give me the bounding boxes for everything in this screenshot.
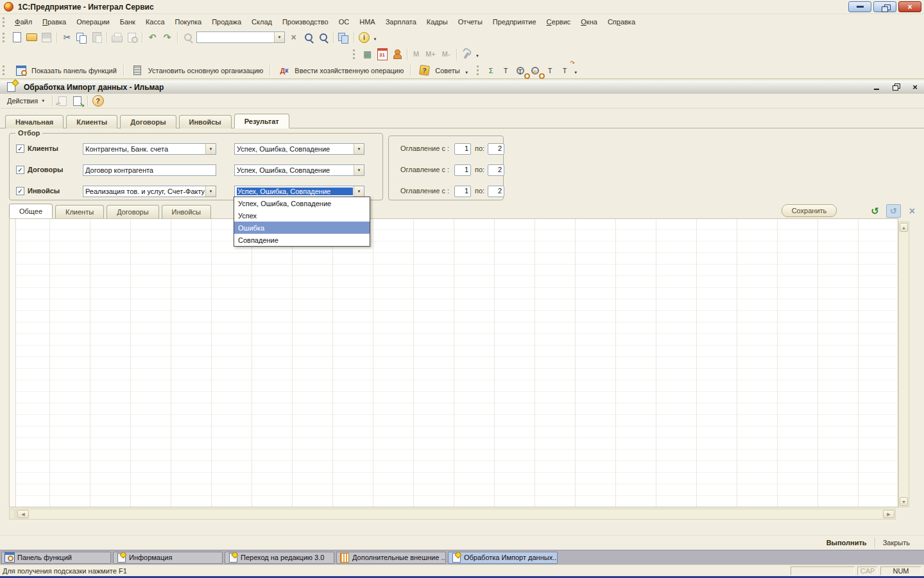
search-input[interactable] (197, 33, 273, 42)
taskbar-button[interactable]: Дополнительные внешние ... (336, 552, 446, 564)
combo-dropdown-button[interactable]: ▼ (354, 165, 364, 175)
doc-text-icon[interactable] (543, 64, 558, 77)
menu-item[interactable]: Производство (277, 17, 334, 27)
find-text-icon[interactable] (513, 64, 528, 77)
toc-to-input[interactable]: 2 (488, 143, 504, 155)
save-button[interactable]: Сохранить (782, 204, 837, 217)
scroll-up-button[interactable]: ▲ (900, 223, 908, 232)
find-icon[interactable] (180, 31, 195, 44)
minimize-button[interactable] (848, 1, 871, 12)
redo-icon[interactable] (160, 31, 175, 44)
wrench-icon[interactable] (459, 48, 474, 61)
actions-menu-button[interactable]: Действия (3, 96, 49, 106)
menu-item[interactable]: Зарплата (381, 17, 422, 27)
scroll-down-button[interactable]: ▼ (900, 497, 908, 506)
find-prev-icon[interactable] (316, 31, 330, 44)
menu-item[interactable]: Банк (115, 17, 141, 27)
menu-item[interactable]: Файл (10, 17, 37, 27)
save-icon[interactable] (39, 31, 54, 44)
tab-3[interactable]: Договоры (120, 115, 176, 128)
subtab-3[interactable]: Договоры (107, 205, 158, 218)
menu-item[interactable]: Касса (141, 17, 170, 27)
dropdown-item[interactable]: Успех, Ошибка, Совпадение (234, 197, 370, 209)
taskbar-button[interactable]: Панель функций (1, 552, 111, 564)
menu-item[interactable]: Справка (603, 17, 640, 27)
combo-dropdown-button[interactable]: ▼ (354, 186, 364, 197)
toc-to-input[interactable]: 2 (488, 186, 504, 197)
checkbox-3[interactable] (16, 187, 24, 195)
mem-m-plus-icon[interactable]: M+ (422, 48, 439, 61)
calculator-icon[interactable] (360, 48, 375, 61)
toc-to-input[interactable]: 2 (488, 164, 504, 176)
menu-item[interactable]: ОС (334, 17, 355, 27)
user-lock-icon[interactable] (389, 48, 404, 61)
dropdown-item[interactable]: Ошибка (234, 222, 370, 234)
menu-item[interactable]: Операции (71, 17, 114, 27)
menu-item[interactable]: Продажа (207, 17, 246, 27)
taskbar-button[interactable]: Обработка Импорт данных... (448, 552, 558, 564)
scroll-right-button[interactable]: ▶ (883, 510, 894, 518)
taskbar-button[interactable]: Переход на редакцию 3.0 (225, 552, 334, 564)
combo-dropdown-button[interactable]: ▼ (205, 144, 216, 154)
menu-item[interactable]: НМА (354, 17, 380, 27)
find-next-icon[interactable] (301, 31, 316, 44)
doc-restore-button[interactable] (891, 83, 901, 92)
caret-down-icon[interactable] (463, 64, 470, 77)
toolbar-button-dk[interactable]: Ввести хозяйственную операцию (273, 62, 407, 78)
clear-x-icon[interactable] (286, 31, 301, 44)
refresh-disabled-icon[interactable] (886, 204, 901, 218)
menu-item[interactable]: Кадры (422, 17, 453, 27)
source-field-1[interactable]: Контрагенты, Банк. счета▼ (83, 143, 216, 155)
tab-5[interactable]: Результат (234, 114, 289, 128)
toolbar-button-panel[interactable]: Показать панель функций (10, 62, 121, 78)
source-field-2[interactable]: Договор контрагента (83, 164, 216, 176)
close-small-icon[interactable] (905, 204, 920, 218)
mem-m-icon[interactable]: M (410, 48, 422, 61)
tab-2[interactable]: Клиенты (66, 115, 117, 128)
new-doc-icon[interactable] (10, 31, 24, 44)
spreadsheet-area[interactable] (9, 218, 898, 507)
search-combo[interactable]: ▼ (196, 31, 285, 43)
table-text-icon[interactable] (499, 64, 513, 77)
search-dropdown-button[interactable]: ▼ (274, 32, 284, 42)
checkbox-1[interactable] (16, 144, 24, 153)
mem-m-minus-icon[interactable]: M- (439, 48, 454, 61)
toc-from-input[interactable]: 1 (454, 186, 471, 197)
combo-dropdown-button[interactable]: ▼ (205, 186, 216, 197)
dropdown-item[interactable]: Совпадение (234, 234, 370, 246)
load-settings-icon[interactable] (70, 94, 85, 108)
find-list-icon[interactable] (528, 64, 543, 77)
close-form-button[interactable]: Закрыть (875, 537, 918, 548)
close-button[interactable]: × (898, 1, 921, 12)
undo-icon[interactable] (145, 31, 160, 44)
combo-dropdown-button[interactable]: ▼ (354, 144, 364, 154)
status-field-2[interactable]: Успех, Ошибка, Совпадение▼ (234, 164, 364, 176)
menu-item[interactable]: Покупка (170, 17, 207, 27)
execute-button[interactable]: Выполнить (819, 537, 875, 548)
print-preview-icon[interactable] (124, 31, 139, 44)
reread-icon[interactable] (55, 94, 70, 108)
menu-item[interactable]: Окна (576, 17, 603, 27)
dropdown-item[interactable]: Успех (234, 209, 370, 222)
menu-item[interactable]: Отчеты (453, 17, 488, 27)
sum-table-icon[interactable] (484, 64, 499, 77)
subtab-2[interactable]: Клиенты (55, 205, 104, 218)
menu-item[interactable]: Предприятие (488, 17, 542, 27)
checkbox-2[interactable] (16, 166, 24, 174)
tab-1[interactable]: Начальная (5, 115, 64, 128)
horizontal-scrollbar[interactable]: ◀ ▶ (16, 509, 896, 520)
doc-close-button[interactable]: × (910, 83, 920, 92)
menu-item[interactable]: Сервис (542, 17, 576, 27)
info-icon[interactable] (357, 31, 372, 44)
cut-icon[interactable] (60, 31, 74, 44)
calendar-icon[interactable] (375, 48, 389, 61)
caret-down-icon[interactable] (572, 64, 579, 77)
refresh-icon[interactable] (868, 204, 882, 218)
status-field-1[interactable]: Успех, Ошибка, Совпадение▼ (234, 143, 364, 155)
doc-transfer-icon[interactable] (558, 64, 572, 77)
toolbar-button-tips[interactable]: Советы (413, 62, 474, 78)
copy-icon[interactable] (74, 31, 89, 44)
menu-item[interactable]: Склад (246, 17, 277, 27)
open-folder-icon[interactable] (24, 31, 39, 44)
doc-minimize-button[interactable] (871, 83, 882, 92)
